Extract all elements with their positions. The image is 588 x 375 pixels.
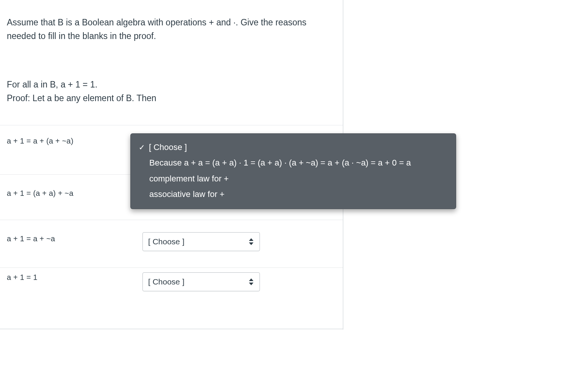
dropdown-option-label: [ Choose ]	[149, 140, 187, 154]
step-1-equation: a + 1 = a + (a + ~a)	[7, 137, 74, 145]
dropdown-option-label: associative law for +	[149, 189, 225, 199]
reason-dropdown-open[interactable]: ✓ [ Choose ] Because a + a = (a + a) · 1…	[130, 133, 456, 209]
dropdown-option-because[interactable]: Because a + a = (a + a) · 1 = (a + a) · …	[139, 155, 448, 170]
proof-step-4: a + 1 = 1 [ Choose ]	[0, 267, 343, 317]
theorem-statement: For all a in B, a + 1 = 1.	[7, 78, 333, 92]
check-icon: ✓	[139, 141, 145, 154]
dropdown-option-complement[interactable]: complement law for +	[139, 171, 448, 186]
select-placeholder: [ Choose ]	[148, 237, 185, 246]
reason-select-step-3[interactable]: [ Choose ]	[142, 232, 260, 251]
step-4-equation: a + 1 = 1	[7, 273, 38, 282]
caret-icon	[248, 278, 254, 286]
step-2-equation: a + 1 = (a + a) + ~a	[7, 189, 74, 198]
question-text: Assume that B is a Boolean algebra with …	[7, 16, 333, 43]
horizontal-divider	[0, 329, 343, 329]
proof-intro: Proof: Let a be any element of B. Then	[7, 92, 333, 105]
step-3-equation: a + 1 = a + ~a	[7, 234, 55, 243]
dropdown-option-choose[interactable]: ✓ [ Choose ]	[139, 139, 448, 155]
dropdown-option-label: complement law for +	[149, 174, 229, 183]
dropdown-option-associative[interactable]: associative law for +	[139, 186, 448, 202]
select-placeholder: [ Choose ]	[148, 277, 185, 286]
caret-icon	[248, 238, 254, 246]
reason-select-step-4[interactable]: [ Choose ]	[142, 272, 260, 291]
dropdown-option-label: Because a + a = (a + a) · 1 = (a + a) · …	[149, 158, 411, 167]
proof-setup: For all a in B, a + 1 = 1. Proof: Let a …	[7, 78, 333, 105]
proof-step-3: a + 1 = a + ~a [ Choose ]	[0, 220, 343, 267]
